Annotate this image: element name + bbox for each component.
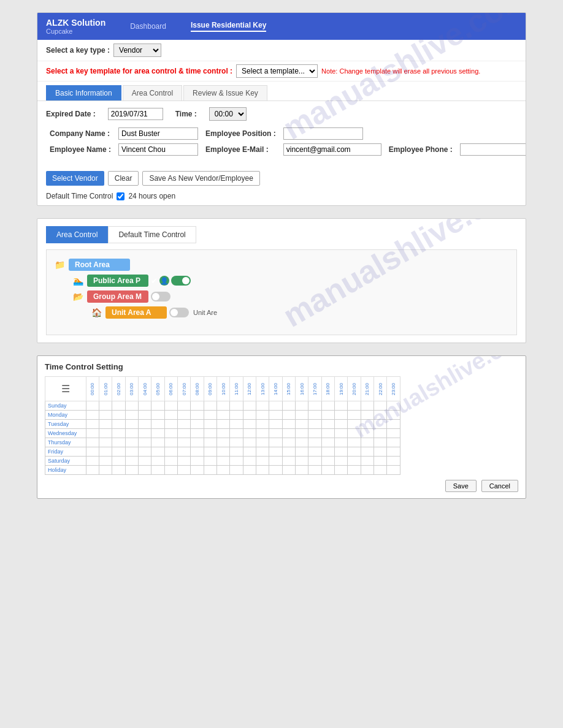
hour-cell[interactable] [282,429,295,438]
save-button[interactable]: Save [445,480,477,492]
area-tab-default-time[interactable]: Default Time Control [108,226,196,243]
hour-cell[interactable] [243,466,256,475]
hour-cell[interactable] [361,457,373,466]
unit-toggle[interactable] [169,308,189,317]
hour-cell[interactable] [230,429,243,438]
hour-cell[interactable] [139,438,151,447]
hour-cell[interactable] [335,411,348,420]
hour-cell[interactable] [204,411,216,420]
hour-cell[interactable] [204,447,216,457]
hour-cell[interactable] [387,401,400,411]
hour-cell[interactable] [348,447,361,457]
hour-cell[interactable] [230,447,243,457]
hour-cell[interactable] [204,429,216,438]
hour-cell[interactable] [191,411,204,420]
hour-cell[interactable] [191,466,204,475]
hour-cell[interactable] [164,457,177,466]
hour-cell[interactable] [151,429,164,438]
hour-cell[interactable] [178,466,191,475]
hour-cell[interactable] [243,401,256,411]
hour-cell[interactable] [99,429,112,438]
hour-cell[interactable] [230,411,243,420]
hour-cell[interactable] [282,466,295,475]
hour-cell[interactable] [348,401,361,411]
hour-cell[interactable] [86,457,99,466]
hour-cell[interactable] [256,466,269,475]
hour-cell[interactable] [86,401,99,411]
hour-cell[interactable] [282,420,295,429]
hour-cell[interactable] [374,466,387,475]
hour-cell[interactable] [296,457,308,466]
hour-cell[interactable] [99,411,112,420]
hour-cell[interactable] [256,447,269,457]
hour-cell[interactable] [151,401,164,411]
hour-cell[interactable] [361,447,373,457]
hour-cell[interactable] [125,438,138,447]
hour-cell[interactable] [361,429,373,438]
hour-cell[interactable] [112,429,125,438]
hour-cell[interactable] [348,466,361,475]
cancel-button[interactable]: Cancel [481,480,518,492]
hour-cell[interactable] [308,401,321,411]
hour-cell[interactable] [164,420,177,429]
hour-cell[interactable] [387,438,400,447]
hour-cell[interactable] [139,447,151,457]
hour-cell[interactable] [269,438,282,447]
hour-cell[interactable] [269,457,282,466]
hour-cell[interactable] [282,438,295,447]
default-time-checkbox[interactable] [117,192,124,200]
hour-cell[interactable] [112,438,125,447]
hour-cell[interactable] [256,438,269,447]
hour-cell[interactable] [348,429,361,438]
hour-cell[interactable] [217,429,230,438]
nav-issue-key[interactable]: Issue Residential Key [191,21,266,32]
hour-cell[interactable] [387,457,400,466]
hour-cell[interactable] [387,411,400,420]
hour-cell[interactable] [125,447,138,457]
hour-cell[interactable] [217,466,230,475]
hour-cell[interactable] [243,411,256,420]
hour-cell[interactable] [178,447,191,457]
hour-cell[interactable] [191,457,204,466]
hour-cell[interactable] [139,420,151,429]
hour-cell[interactable] [335,420,348,429]
hour-cell[interactable] [230,401,243,411]
hour-cell[interactable] [217,411,230,420]
hour-cell[interactable] [217,420,230,429]
hour-cell[interactable] [321,429,334,438]
hour-cell[interactable] [164,411,177,420]
hour-cell[interactable] [335,457,348,466]
public-area-label[interactable]: Public Area P [87,275,148,287]
hour-cell[interactable] [387,447,400,457]
hour-cell[interactable] [139,401,151,411]
hour-cell[interactable] [321,401,334,411]
employee-name-input[interactable] [118,143,198,156]
hour-cell[interactable] [125,401,138,411]
hour-cell[interactable] [86,466,99,475]
hour-cell[interactable] [269,401,282,411]
hour-cell[interactable] [86,438,99,447]
hour-cell[interactable] [178,429,191,438]
hour-cell[interactable] [321,411,334,420]
hour-cell[interactable] [256,411,269,420]
time-select[interactable]: 00:00 [209,107,247,121]
hour-cell[interactable] [112,457,125,466]
hour-cell[interactable] [374,401,387,411]
group-toggle[interactable] [151,292,170,301]
hour-cell[interactable] [256,420,269,429]
hour-cell[interactable] [204,457,216,466]
hour-cell[interactable] [269,466,282,475]
hour-cell[interactable] [191,438,204,447]
hour-cell[interactable] [125,466,138,475]
hour-cell[interactable] [191,401,204,411]
hour-cell[interactable] [374,420,387,429]
hour-cell[interactable] [335,401,348,411]
hour-cell[interactable] [99,447,112,457]
expired-date-input[interactable] [108,108,163,120]
hour-cell[interactable] [125,457,138,466]
employee-phone-input[interactable] [460,143,526,156]
hour-cell[interactable] [361,420,373,429]
hour-cell[interactable] [335,438,348,447]
employee-position-input[interactable] [283,127,363,140]
hour-cell[interactable] [321,447,334,457]
